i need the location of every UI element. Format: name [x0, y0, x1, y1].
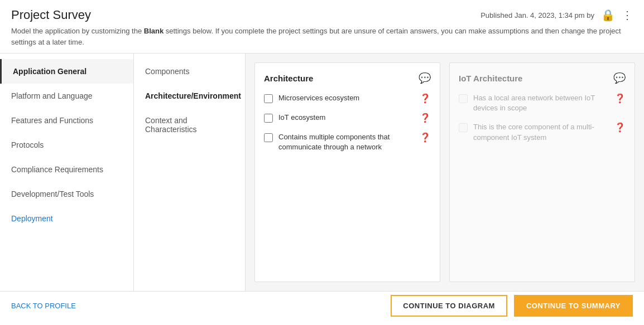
core-component-checkbox[interactable] [459, 123, 468, 132]
core-component-label: This is the core component of a multi-co… [473, 122, 609, 142]
architecture-title: Architecture [264, 74, 313, 83]
microservices-label: Microservices ecosystem [278, 93, 414, 103]
mid-nav-architecture[interactable]: Architecture/Environment [134, 84, 245, 108]
core-component-help-icon: ❓ [614, 122, 626, 133]
local-network-checkbox[interactable] [459, 94, 468, 103]
sidebar-item-platform-language[interactable]: Platform and Language [0, 84, 133, 108]
iot-comment-icon: 💬 [613, 72, 626, 84]
published-text: Published Jan. 4, 2023, 1:34 pm by [480, 11, 594, 20]
mid-nav-context[interactable]: Context and Characteristics [134, 108, 245, 142]
iot-header: IoT Architecture 💬 [459, 72, 626, 84]
header-right: Published Jan. 4, 2023, 1:34 pm by 🔒 ⋮ [480, 8, 633, 22]
architecture-comment-icon: 💬 [419, 72, 431, 84]
header: Project Survey Published Jan. 4, 2023, 1… [0, 0, 644, 54]
sidebar-item-application-general[interactable]: Application General [0, 59, 133, 84]
iot-ecosystem-label: IoT ecosystem [278, 113, 414, 123]
iot-title: IoT Architecture [459, 74, 522, 83]
multiple-components-help-icon[interactable]: ❓ [420, 132, 431, 143]
microservices-help-icon[interactable]: ❓ [420, 93, 431, 104]
page-title: Project Survey [11, 8, 91, 22]
more-options-icon[interactable]: ⋮ [622, 8, 633, 22]
sidebar-item-deployment[interactable]: Deployment [0, 206, 133, 231]
content-area: Architecture 💬 Microservices ecosystem ❓… [246, 54, 644, 291]
iot-architecture-card: IoT Architecture 💬 Has a local area netw… [449, 62, 635, 282]
header-description: Model the application by customizing the… [11, 26, 633, 47]
iot-ecosystem-checkbox[interactable] [264, 114, 273, 123]
architecture-card: Architecture 💬 Microservices ecosystem ❓… [254, 62, 440, 282]
mid-nav: Components Architecture/Environment Cont… [134, 54, 246, 291]
footer: BACK TO PROFILE CONTINUE TO DIAGRAM CONT… [0, 291, 644, 320]
local-network-help-icon: ❓ [614, 93, 626, 104]
mid-nav-components[interactable]: Components [134, 59, 245, 84]
continue-to-summary-button[interactable]: CONTINUE TO SUMMARY [514, 295, 633, 317]
sidebar-item-features-functions[interactable]: Features and Functions [0, 108, 133, 133]
multiple-components-label: Contains multiple components that commun… [278, 132, 414, 152]
check-multiple-components: Contains multiple components that commun… [264, 132, 431, 152]
main-layout: Application General Platform and Languag… [0, 54, 644, 291]
check-core-component: This is the core component of a multi-co… [459, 122, 626, 142]
lock-icon[interactable]: 🔒 [601, 8, 615, 22]
sidebar-item-protocols[interactable]: Protocols [0, 133, 133, 157]
iot-ecosystem-help-icon[interactable]: ❓ [420, 113, 431, 123]
back-to-profile-button[interactable]: BACK TO PROFILE [11, 302, 76, 310]
check-iot-ecosystem: IoT ecosystem ❓ [264, 113, 431, 123]
microservices-checkbox[interactable] [264, 94, 273, 103]
local-network-label: Has a local area network between IoT dev… [473, 93, 609, 113]
check-local-network: Has a local area network between IoT dev… [459, 93, 626, 113]
continue-to-diagram-button[interactable]: CONTINUE TO DIAGRAM [391, 295, 507, 317]
architecture-header: Architecture 💬 [264, 72, 431, 84]
sidebar-item-dev-tools[interactable]: Development/Test Tools [0, 182, 133, 206]
footer-actions: CONTINUE TO DIAGRAM CONTINUE TO SUMMARY [391, 295, 633, 317]
sidebar-item-compliance[interactable]: Compliance Requirements [0, 157, 133, 182]
sidebar: Application General Platform and Languag… [0, 54, 134, 291]
check-microservices: Microservices ecosystem ❓ [264, 93, 431, 104]
multiple-components-checkbox[interactable] [264, 133, 273, 142]
